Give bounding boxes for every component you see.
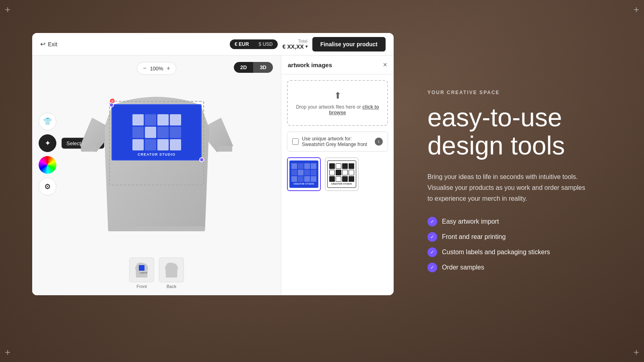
cs-cell xyxy=(157,114,169,125)
cs-cell xyxy=(132,114,144,125)
feature-text-2: Custom labels and packaging stickers xyxy=(442,249,550,256)
check-icon-2: ✓ xyxy=(427,247,437,257)
artwork-icon: ✦ xyxy=(45,139,51,148)
cs-cell xyxy=(170,139,181,150)
cs-cell xyxy=(157,139,169,150)
artwork-panel: artwork images × ⬆ Drop your artwork fil… xyxy=(281,56,394,295)
artwork-logo xyxy=(132,114,181,150)
adjust-tool-button[interactable]: ⚙ xyxy=(39,178,56,195)
feature-text-1: Front and rear printing xyxy=(442,233,506,241)
total-label: Total xyxy=(298,39,307,43)
exit-label: Exit xyxy=(48,41,57,47)
canvas-area: 👕 ✦ Select artwork ⚙ xyxy=(32,56,281,253)
corner-plus-br: + xyxy=(634,348,639,357)
features-list: ✓ Easy artwork import ✓ Front and rear p… xyxy=(427,217,612,272)
back-thumb-svg xyxy=(161,260,182,280)
cs-cell xyxy=(145,114,156,125)
zoom-controls: − 100% + xyxy=(137,62,176,75)
chevron-down-icon[interactable]: ▾ xyxy=(305,44,308,49)
total-amount: € XX,XX ▾ xyxy=(283,43,308,50)
heading-line2: design tools xyxy=(427,131,565,160)
artwork-label: CREATOR STUDIO xyxy=(138,152,175,156)
main-heading: easy-to-use design tools xyxy=(427,103,612,160)
artwork-handle-br[interactable] xyxy=(199,157,204,162)
feature-item-2: ✓ Custom labels and packaging stickers xyxy=(427,247,612,257)
modal-body: − 100% + 2D 3D 👕 ✦ Select artwork xyxy=(32,56,394,295)
check-icon-1: ✓ xyxy=(427,232,437,242)
front-thumb-label: Front xyxy=(136,284,147,289)
corner-plus-bl: + xyxy=(5,348,10,357)
artwork-panel-close-button[interactable]: × xyxy=(383,61,387,68)
view-toggle: 2D 3D xyxy=(234,62,273,73)
front-thumb-svg: CREATOR xyxy=(132,260,152,280)
usd-button[interactable]: $ USD xyxy=(254,39,277,49)
artwork-thumb-blue[interactable]: CREATOR STUDIO xyxy=(287,157,321,191)
unique-artwork-row: Use unique artwork for: Sweatshirt Grey … xyxy=(287,132,388,152)
upload-text: Drop your artwork files here or click to… xyxy=(294,104,381,115)
front-thumbnail[interactable]: CREATOR Front xyxy=(129,257,154,289)
eyebrow-text: YOUR CREATIVE SPACE xyxy=(427,90,612,95)
back-thumb-image xyxy=(159,257,184,282)
sweatshirt-preview: CREATOR STUDIO ✕ xyxy=(72,66,241,243)
corner-plus-tr: + xyxy=(634,5,639,14)
feature-text-3: Order samples xyxy=(442,264,484,271)
color-tool-button[interactable] xyxy=(39,156,56,174)
adjust-icon: ⚙ xyxy=(44,182,51,191)
cs-cell xyxy=(170,114,181,125)
info-panel: YOUR CREATIVE SPACE easy-to-use design t… xyxy=(395,0,644,362)
design-panel: − 100% + 2D 3D 👕 ✦ Select artwork xyxy=(32,56,281,295)
exit-button[interactable]: ↩ Exit xyxy=(40,40,57,48)
shirt-icon: 👕 xyxy=(43,117,52,126)
back-thumbnail[interactable]: Back xyxy=(159,257,184,289)
logo-bw: CREATOR STUDIO xyxy=(327,160,356,188)
cs-cell xyxy=(170,127,181,138)
feature-item-0: ✓ Easy artwork import xyxy=(427,217,612,226)
corner-plus-tl: + xyxy=(5,5,10,14)
artwork-panel-header: artwork images × xyxy=(281,56,394,74)
currency-toggle: € EUR $ USD xyxy=(230,39,278,49)
logo-blue-text: CREATOR STUDIO xyxy=(293,183,314,185)
cs-cell xyxy=(145,127,156,138)
total-section: Total € XX,XX ▾ xyxy=(283,39,308,50)
heading-line1: easy-to-use xyxy=(427,103,562,132)
artwork-on-shirt[interactable]: CREATOR STUDIO xyxy=(111,104,202,160)
check-icon-0: ✓ xyxy=(427,217,437,226)
artwork-thumb-bw[interactable]: CREATOR STUDIO xyxy=(325,157,359,191)
logo-bw-text: CREATOR STUDIO xyxy=(331,183,352,185)
unique-artwork-checkbox[interactable] xyxy=(292,138,299,145)
artwork-grid: CREATOR STUDIO xyxy=(281,157,394,191)
eur-button[interactable]: € EUR xyxy=(230,39,254,49)
feature-text-0: Easy artwork import xyxy=(442,218,499,225)
shirt-tool-button[interactable]: 👕 xyxy=(39,113,56,130)
feature-item-1: ✓ Front and rear printing xyxy=(427,232,612,242)
svg-rect-1 xyxy=(217,146,232,152)
artwork-tool-button[interactable]: ✦ Select artwork xyxy=(39,134,56,152)
design-modal: ↩ Exit € EUR $ USD Total € XX,XX ▾ Final… xyxy=(32,33,394,295)
logo-blue: CREATOR STUDIO xyxy=(289,160,318,188)
upload-icon: ⬆ xyxy=(334,90,341,101)
svg-rect-3 xyxy=(139,265,144,271)
zoom-out-button[interactable]: − xyxy=(143,65,147,72)
zoom-level: 100% xyxy=(150,66,163,72)
header-right: € EUR $ USD Total € XX,XX ▾ Finalise you… xyxy=(230,37,386,51)
front-thumb-image: CREATOR xyxy=(129,257,154,282)
exit-icon: ↩ xyxy=(40,40,45,48)
cs-cell xyxy=(132,127,144,138)
3d-view-button[interactable]: 3D xyxy=(253,62,273,73)
cs-cell xyxy=(157,127,169,138)
unique-artwork-info-button[interactable]: i xyxy=(375,138,383,146)
zoom-in-button[interactable]: + xyxy=(167,65,170,72)
upload-area[interactable]: ⬆ Drop your artwork files here or click … xyxy=(287,80,388,126)
finalise-button[interactable]: Finalise your product xyxy=(312,37,386,51)
cs-cell xyxy=(145,139,156,150)
left-toolbar: 👕 ✦ Select artwork ⚙ xyxy=(39,113,56,195)
unique-artwork-text: Use unique artwork for: Sweatshirt Grey … xyxy=(302,136,372,147)
tools-description: Bring your ideas to life in seconds with… xyxy=(427,171,588,204)
2d-view-button[interactable]: 2D xyxy=(234,62,254,73)
feature-item-3: ✓ Order samples xyxy=(427,263,612,272)
modal-header: ↩ Exit € EUR $ USD Total € XX,XX ▾ Final… xyxy=(32,33,394,56)
artwork-handle-tl[interactable] xyxy=(109,103,114,107)
svg-rect-2 xyxy=(108,226,205,231)
check-icon-3: ✓ xyxy=(427,263,437,272)
cs-cell xyxy=(132,139,144,150)
